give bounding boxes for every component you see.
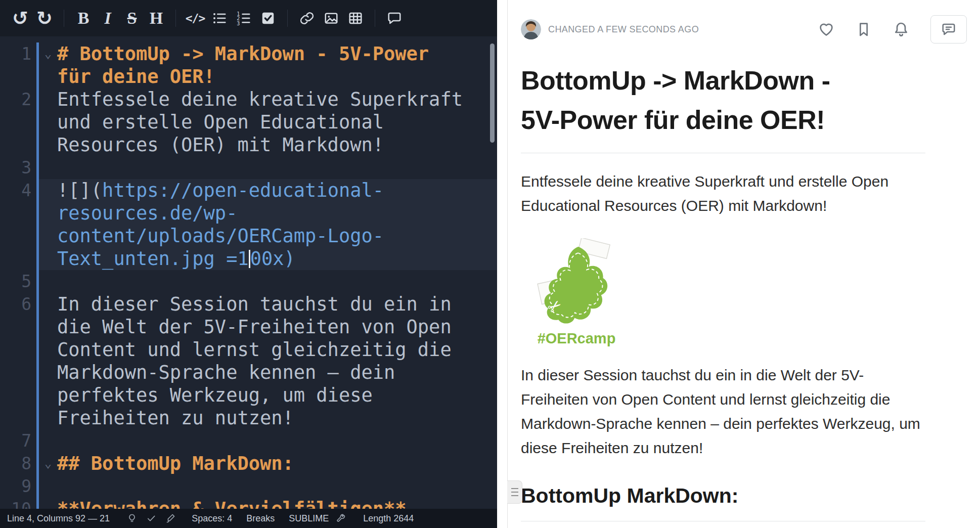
title-divider (521, 153, 925, 153)
editor-line[interactable]: 8⌄## BottomUp MarkDown: (0, 452, 497, 475)
checklist-button[interactable] (256, 6, 280, 30)
doc-title-line: BottomUp -> MarkDown - (521, 61, 925, 100)
heart-icon (818, 21, 834, 37)
ordered-list-button[interactable]: 123 (232, 6, 256, 30)
editor-statusbar: Line 4, Columns 92 — 21 Spaces: 4 Breaks… (0, 509, 497, 528)
fold-chevron-icon (39, 270, 57, 293)
doc-title-line: 5V-Power für deine OER! (521, 100, 925, 140)
line-number: 7 (0, 429, 36, 452)
doc-subheading: BottomUp MarkDown: (521, 483, 925, 508)
line-number: 5 (0, 270, 36, 293)
app-window: ↺ ↻ B I S H </> 123 (0, 0, 980, 528)
comment-icon (387, 11, 402, 26)
editor-line[interactable]: 4![](https://open-educational-resources.… (0, 179, 497, 270)
section-divider (521, 521, 925, 521)
editor-scrollbar[interactable] (490, 43, 495, 143)
code-button[interactable]: </> (183, 6, 207, 30)
insert-image-button[interactable] (319, 6, 343, 30)
fold-chevron-icon (39, 88, 57, 156)
indent-setting[interactable]: Spaces: 4 (192, 513, 232, 524)
note-meta-row: CHANGED A FEW SECONDS AGO (521, 15, 968, 43)
editor-content[interactable]: 1⌄# BottomUp -> MarkDown - 5V-Powerfür d… (0, 36, 497, 509)
line-number: 9 (0, 475, 36, 498)
keymap-setting[interactable]: SUBLIME (289, 513, 329, 524)
ordered-list-icon: 123 (236, 11, 251, 26)
redo-button[interactable]: ↻ (32, 6, 57, 30)
svg-text:3: 3 (237, 21, 240, 26)
editor-line[interactable]: 5 (0, 270, 497, 293)
insert-table-button[interactable] (343, 6, 368, 30)
line-number: 8 (0, 452, 36, 475)
avatar[interactable] (521, 19, 541, 39)
note-actions (818, 15, 968, 43)
oercamp-logo-figure: ✂ #OERcamp (526, 238, 627, 347)
line-number: 2 (0, 88, 36, 156)
theme-brush-icon[interactable] (165, 513, 175, 523)
fold-chevron-icon[interactable]: ⌄ (39, 452, 57, 475)
fold-chevron-icon (39, 429, 57, 452)
doc-paragraph-2: In dieser Session tauchst du ein in die … (521, 363, 925, 460)
toolbar-divider (287, 10, 288, 27)
open-comments-button[interactable] (930, 15, 967, 43)
spellcheck-icon[interactable] (146, 513, 156, 523)
editor-line[interactable]: 1⌄# BottomUp -> MarkDown - 5V-Powerfür d… (0, 42, 497, 88)
linebreak-setting[interactable]: Breaks (246, 513, 275, 524)
rendered-document: BottomUp -> MarkDown - 5V-Power für dein… (521, 61, 925, 521)
undo-button[interactable]: ↺ (8, 6, 32, 30)
fold-chevron-icon (39, 498, 57, 509)
bookmark-icon (856, 21, 872, 37)
editor-pane: ↺ ↻ B I S H </> 123 (0, 0, 497, 528)
bookmark-button[interactable] (856, 21, 872, 37)
fold-chevron-icon[interactable]: ⌄ (39, 42, 57, 88)
lightbulb-icon[interactable] (127, 513, 137, 523)
bell-icon (893, 21, 909, 37)
editor-toolbar: ↺ ↻ B I S H </> 123 (0, 0, 497, 36)
editor-line[interactable]: 9 (0, 475, 497, 498)
like-button[interactable] (818, 21, 834, 37)
fold-chevron-icon (39, 293, 57, 429)
fold-chevron-icon (39, 475, 57, 498)
editor-lines[interactable]: 1⌄# BottomUp -> MarkDown - 5V-Powerfür d… (0, 42, 497, 509)
italic-button[interactable]: I (96, 6, 120, 30)
toolbar-divider (375, 10, 375, 27)
strikethrough-button[interactable]: S (120, 6, 144, 30)
editor-line[interactable]: 10**Verwahren & Vervielfältigen** (0, 498, 497, 509)
bold-button[interactable]: B (71, 6, 96, 30)
image-icon (324, 11, 339, 26)
last-changed-label: CHANGED A FEW SECONDS AGO (548, 24, 699, 35)
comment-button[interactable] (382, 6, 407, 30)
doc-paragraph-1: Entfessele deine kreative Superkraft und… (521, 169, 925, 218)
subscribe-button[interactable] (893, 21, 909, 37)
unordered-list-button[interactable] (207, 6, 232, 30)
chat-bubble-icon (941, 22, 956, 37)
editor-line[interactable]: 3 (0, 156, 497, 179)
split-drag-handle[interactable] (507, 480, 522, 504)
link-icon (299, 11, 315, 26)
toolbar-divider (64, 10, 64, 27)
oercamp-logo: ✂ (526, 238, 627, 328)
cursor-position: Line 4, Columns 92 — 21 (7, 513, 110, 524)
editor-line[interactable]: 2Entfessele deine kreative Superkraftund… (0, 88, 497, 156)
logo-caption: #OERcamp (526, 330, 627, 347)
checkbox-icon (260, 11, 276, 26)
line-number: 6 (0, 293, 36, 429)
line-number: 3 (0, 156, 36, 179)
table-icon (348, 11, 363, 26)
preferences-wrench-icon[interactable] (336, 513, 346, 523)
unordered-list-icon (212, 11, 227, 26)
fold-chevron-icon (39, 179, 57, 270)
line-number: 4 (0, 179, 36, 270)
fold-chevron-icon (39, 156, 57, 179)
doc-title: BottomUp -> MarkDown - 5V-Power für dein… (521, 61, 925, 140)
editor-line[interactable]: 7 (0, 429, 497, 452)
doc-length: Length 2644 (363, 513, 414, 524)
line-number: 10 (0, 498, 36, 509)
heading-button[interactable]: H (144, 6, 168, 30)
line-number: 1 (0, 42, 36, 88)
preview-pane: CHANGED A FEW SECONDS AGO BottomUp -> Ma… (507, 0, 980, 528)
insert-link-button[interactable] (295, 6, 319, 30)
editor-line[interactable]: 6In dieser Session tauchst du ein indie … (0, 293, 497, 429)
toolbar-divider (175, 10, 176, 27)
